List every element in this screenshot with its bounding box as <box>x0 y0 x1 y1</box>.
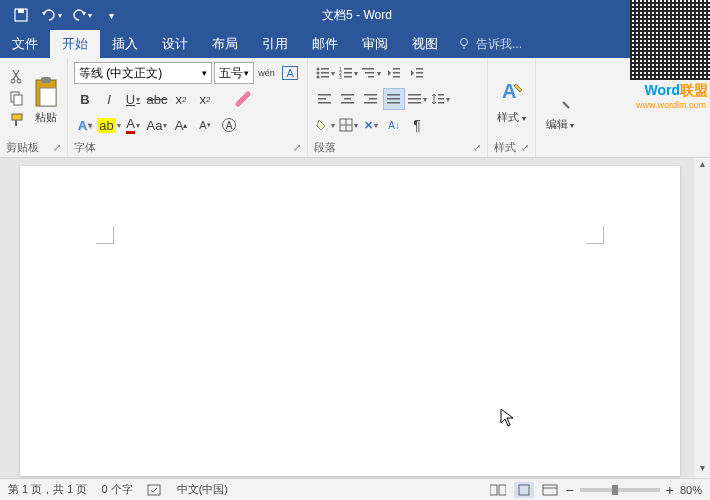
align-left-button[interactable] <box>314 88 336 110</box>
svg-point-11 <box>316 68 319 71</box>
ribbon-tabs: 文件 开始 插入 设计 布局 引用 邮件 审阅 视图 告诉我... 登录 <box>0 30 710 58</box>
bold-button[interactable]: B <box>74 88 96 110</box>
font-color-button[interactable]: A <box>122 114 144 136</box>
align-right-button[interactable] <box>360 88 382 110</box>
group-paragraph: 123 ✕ A↓ ¶ 段落⤢ <box>308 58 488 157</box>
svg-rect-37 <box>341 102 354 104</box>
svg-text:A: A <box>502 80 516 102</box>
tab-home[interactable]: 开始 <box>50 30 100 58</box>
group-font: 等线 (中文正文)▾ 五号▾ wén A B I U abc x2 x2 A a… <box>68 58 308 157</box>
svg-rect-45 <box>408 98 421 100</box>
editing-button[interactable]: 编辑 ▾ <box>542 62 578 153</box>
svg-rect-9 <box>41 77 51 83</box>
svg-rect-26 <box>393 68 400 70</box>
svg-text:3: 3 <box>339 74 342 79</box>
web-layout-button[interactable] <box>540 482 560 498</box>
scroll-up-arrow[interactable]: ▴ <box>694 158 710 174</box>
sort-button[interactable]: A↓ <box>383 114 405 136</box>
svg-point-2 <box>461 39 468 46</box>
tell-me-search[interactable]: 告诉我... <box>450 30 522 58</box>
qat-customize[interactable]: ▾ <box>98 2 124 28</box>
multilevel-list-button[interactable] <box>360 62 382 84</box>
format-painter-button[interactable] <box>6 110 28 130</box>
page-indicator[interactable]: 第 1 页，共 1 页 <box>8 482 87 497</box>
styles-launcher[interactable]: ⤢ <box>521 142 529 153</box>
character-border-button[interactable]: A <box>279 62 301 84</box>
superscript-button[interactable]: x2 <box>194 88 216 110</box>
tab-insert[interactable]: 插入 <box>100 30 150 58</box>
tab-review[interactable]: 审阅 <box>350 30 400 58</box>
undo-button[interactable]: ▾ <box>38 2 64 28</box>
highlight-button[interactable]: ab <box>98 114 120 136</box>
font-size-combo[interactable]: 五号▾ <box>214 62 254 84</box>
borders-button[interactable] <box>337 114 359 136</box>
enclose-characters-button[interactable]: A <box>218 114 240 136</box>
svg-rect-24 <box>365 72 374 74</box>
clipboard-launcher[interactable]: ⤢ <box>53 142 61 153</box>
read-mode-button[interactable] <box>488 482 508 498</box>
bullets-button[interactable] <box>314 62 336 84</box>
zoom-out-button[interactable]: − <box>566 482 574 498</box>
copy-button[interactable] <box>6 88 28 108</box>
shading-button[interactable] <box>314 114 336 136</box>
justify-button[interactable] <box>383 88 405 110</box>
document-page[interactable] <box>20 166 680 476</box>
font-launcher[interactable]: ⤢ <box>293 142 301 153</box>
svg-rect-14 <box>321 72 329 74</box>
print-layout-button[interactable] <box>514 482 534 498</box>
distribute-button[interactable] <box>406 88 428 110</box>
align-center-button[interactable] <box>337 88 359 110</box>
text-effects-button[interactable]: A <box>74 114 96 136</box>
svg-rect-12 <box>321 68 329 70</box>
strikethrough-button[interactable]: abc <box>146 88 168 110</box>
svg-rect-31 <box>416 76 423 78</box>
svg-rect-43 <box>387 102 400 104</box>
proofing-icon[interactable] <box>147 483 163 497</box>
svg-rect-6 <box>14 95 22 105</box>
decrease-indent-button[interactable] <box>383 62 405 84</box>
grow-font-button[interactable]: A▴ <box>170 114 192 136</box>
svg-rect-49 <box>438 102 444 104</box>
paragraph-launcher[interactable]: ⤢ <box>473 142 481 153</box>
shrink-font-button[interactable]: A▾ <box>194 114 216 136</box>
quick-access-toolbar: ▾ ▾ ▾ <box>0 2 124 28</box>
line-spacing-button[interactable] <box>429 88 451 110</box>
save-button[interactable] <box>8 2 34 28</box>
svg-rect-23 <box>362 68 374 70</box>
redo-button[interactable]: ▾ <box>68 2 94 28</box>
scroll-down-arrow[interactable]: ▾ <box>694 462 710 478</box>
watermark-url: www.wordlm.com <box>636 100 706 110</box>
asian-layout-button[interactable]: ✕ <box>360 114 382 136</box>
qr-code-overlay <box>630 0 710 80</box>
vertical-scrollbar[interactable]: ▴ ▾ <box>694 158 710 478</box>
tab-file[interactable]: 文件 <box>0 30 50 58</box>
svg-rect-30 <box>416 72 423 74</box>
phonetic-guide-button[interactable]: wén <box>256 62 278 84</box>
subscript-button[interactable]: x2 <box>170 88 192 110</box>
underline-button[interactable]: U <box>122 88 144 110</box>
svg-rect-7 <box>12 114 22 120</box>
cut-button[interactable] <box>6 66 28 86</box>
svg-point-15 <box>316 76 319 79</box>
tab-mailings[interactable]: 邮件 <box>300 30 350 58</box>
show-hide-button[interactable]: ¶ <box>406 114 428 136</box>
increase-indent-button[interactable] <box>406 62 428 84</box>
zoom-in-button[interactable]: + <box>666 482 674 498</box>
word-count[interactable]: 0 个字 <box>101 482 132 497</box>
tab-design[interactable]: 设计 <box>150 30 200 58</box>
tab-references[interactable]: 引用 <box>250 30 300 58</box>
styles-button[interactable]: A 样式 ▾ <box>494 62 529 138</box>
clear-formatting-button[interactable] <box>232 88 254 110</box>
numbering-button[interactable]: 123 <box>337 62 359 84</box>
font-name-combo[interactable]: 等线 (中文正文)▾ <box>74 62 212 84</box>
change-case-button[interactable]: Aa <box>146 114 168 136</box>
document-area[interactable]: ▴ ▾ <box>0 158 710 478</box>
zoom-slider[interactable] <box>580 488 660 492</box>
tab-view[interactable]: 视图 <box>400 30 450 58</box>
tab-layout[interactable]: 布局 <box>200 30 250 58</box>
zoom-level[interactable]: 80% <box>680 484 702 496</box>
svg-rect-59 <box>543 485 557 495</box>
paste-button[interactable]: 粘贴 <box>30 62 62 138</box>
language-indicator[interactable]: 中文(中国) <box>177 482 228 497</box>
italic-button[interactable]: I <box>98 88 120 110</box>
